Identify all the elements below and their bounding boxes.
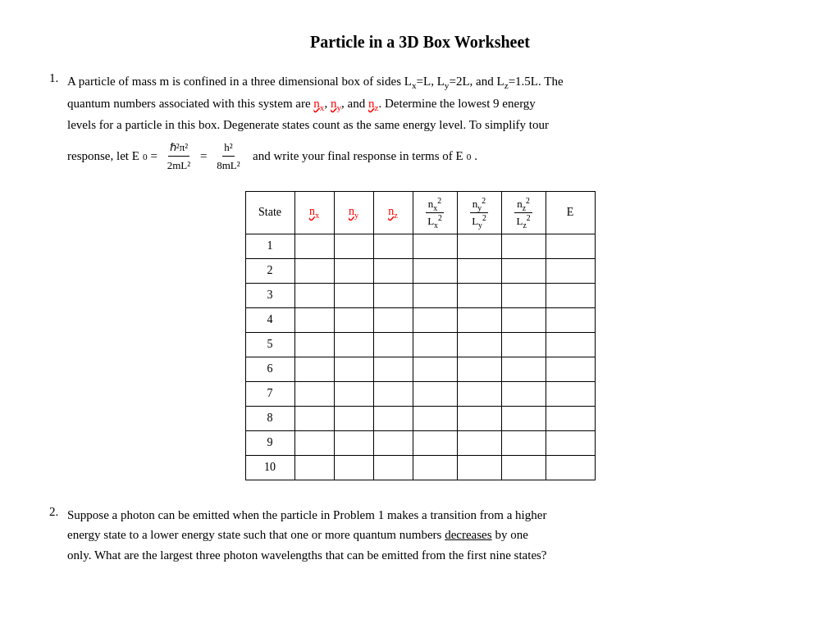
col-header-nz2-lz2: nz2 Lz2	[501, 191, 546, 234]
col-header-nx2-lx2: nx2 Lx2	[413, 191, 457, 234]
problem-1: 1. A particle of mass m is confined in a…	[49, 71, 791, 480]
problem-2-number: 2.	[49, 505, 67, 519]
problem-1-number: 1.	[49, 71, 67, 85]
state-2: 2	[245, 258, 294, 283]
table-row: 1	[245, 234, 595, 258]
energy-table: State nx ny nz nx2 Lx2 ny2 Ly2	[245, 191, 596, 480]
state-10: 10	[245, 455, 294, 480]
state-6: 6	[245, 357, 294, 381]
col-header-E: E	[546, 191, 595, 234]
col-header-ny2-ly2: ny2 Ly2	[457, 191, 501, 234]
col-header-nz: nz	[373, 191, 413, 234]
table-row: 2	[245, 258, 595, 283]
energy-table-container: State nx ny nz nx2 Lx2 ny2 Ly2	[49, 191, 791, 480]
table-row: 4	[245, 307, 595, 332]
problem-1-text: A particle of mass m is confined in a th…	[67, 71, 564, 175]
state-5: 5	[245, 332, 294, 357]
table-row: 5	[245, 332, 595, 357]
table-row: 6	[245, 357, 595, 381]
col-header-state: State	[245, 191, 294, 234]
state-1: 1	[245, 234, 294, 258]
state-4: 4	[245, 307, 294, 332]
table-row: 3	[245, 283, 595, 307]
state-7: 7	[245, 381, 294, 406]
col-header-nx: nx	[294, 191, 334, 234]
problem-2: 2. Suppose a photon can be emitted when …	[49, 505, 791, 566]
problem-2-text: Suppose a photon can be emitted when the…	[67, 505, 547, 566]
state-3: 3	[245, 283, 294, 307]
table-row: 7	[245, 381, 595, 406]
page-title: Particle in a 3D Box Worksheet	[49, 33, 791, 52]
table-row: 8	[245, 406, 595, 430]
col-header-ny: ny	[334, 191, 373, 234]
state-9: 9	[245, 430, 294, 455]
state-8: 8	[245, 406, 294, 430]
table-row: 10	[245, 455, 595, 480]
table-row: 9	[245, 430, 595, 455]
